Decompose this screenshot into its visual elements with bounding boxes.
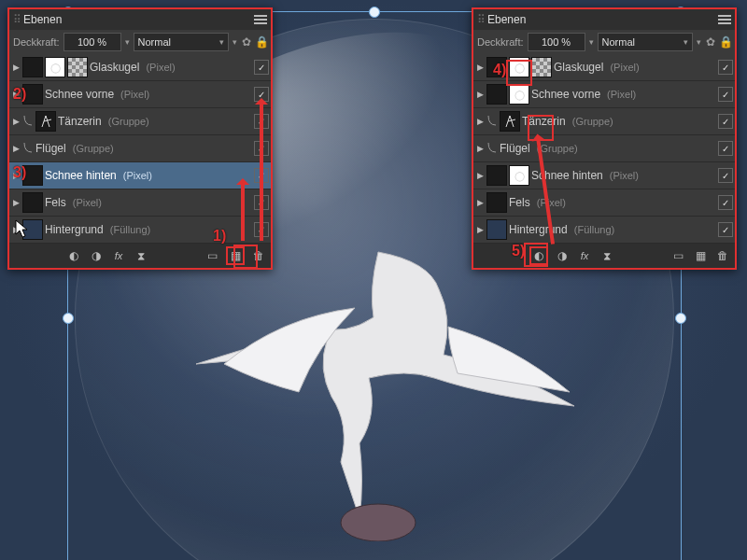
opacity-dropdown-icon[interactable]: ▾ bbox=[125, 37, 130, 47]
contrast-icon[interactable]: ◑ bbox=[554, 247, 571, 264]
opacity-input[interactable]: 100 % bbox=[528, 33, 585, 51]
layer-row[interactable]: ▶Fels (Pixel)✓ bbox=[9, 189, 271, 217]
layer-name[interactable]: Flügel (Gruppe) bbox=[35, 142, 252, 155]
layer-row[interactable]: ▶Flügel (Gruppe)✓ bbox=[9, 135, 271, 162]
blend-mode-select[interactable]: Normal bbox=[134, 33, 229, 51]
visibility-checkbox[interactable]: ✓ bbox=[718, 141, 733, 156]
layer-thumb[interactable] bbox=[486, 84, 507, 105]
fx-icon[interactable]: fx bbox=[110, 247, 127, 264]
visibility-checkbox[interactable]: ✓ bbox=[718, 168, 733, 183]
opacity-dropdown-icon[interactable]: ▾ bbox=[589, 37, 594, 47]
hourglass-icon[interactable]: ⧗ bbox=[599, 247, 615, 264]
layer-name[interactable]: Fels (Pixel) bbox=[45, 196, 252, 209]
layer-name[interactable]: Schnee hinten (Pixel) bbox=[531, 169, 716, 182]
layer-name[interactable]: Schnee vorne (Pixel) bbox=[45, 88, 252, 101]
folder-icon[interactable]: ▭ bbox=[669, 247, 686, 264]
lock-icon[interactable]: 🔒 bbox=[720, 36, 731, 48]
disclosure-icon[interactable]: ▶ bbox=[11, 117, 21, 126]
arrow-icon bbox=[260, 101, 263, 241]
callout-box-4 bbox=[506, 60, 532, 86]
blend-mode-select[interactable]: Normal bbox=[598, 33, 693, 51]
cursor-icon bbox=[15, 219, 28, 238]
panel-grip-icon[interactable]: ⠿ bbox=[13, 13, 20, 26]
layer-row[interactable]: ▶Tänzerin (Gruppe)✓ bbox=[473, 108, 735, 135]
visibility-checkbox[interactable]: ✓ bbox=[254, 60, 269, 75]
layer-thumb[interactable] bbox=[486, 192, 507, 213]
disclosure-icon[interactable]: ▶ bbox=[475, 225, 485, 234]
resize-handle[interactable] bbox=[675, 313, 686, 324]
layer-name[interactable]: Tänzerin (Gruppe) bbox=[58, 115, 252, 128]
disclosure-icon[interactable]: ▶ bbox=[475, 63, 485, 72]
layer-name[interactable]: Schnee hinten (Pixel) bbox=[45, 169, 252, 182]
panel-menu-icon[interactable] bbox=[718, 15, 731, 24]
hourglass-icon[interactable]: ⧗ bbox=[133, 247, 149, 264]
disclosure-icon[interactable]: ▶ bbox=[11, 144, 21, 153]
add-mask-icon[interactable]: ▦ bbox=[692, 247, 709, 264]
blend-dropdown-icon[interactable]: ▾ bbox=[233, 37, 237, 47]
trash-icon[interactable]: 🗑 bbox=[714, 247, 731, 264]
layer-row[interactable]: ▶Flügel (Gruppe)✓ bbox=[473, 135, 735, 162]
lock-icon[interactable]: 🔒 bbox=[256, 36, 267, 48]
layer-thumb[interactable] bbox=[35, 111, 56, 132]
layer-row[interactable]: ▶Fels (Pixel)✓ bbox=[473, 189, 735, 217]
layer-thumb[interactable] bbox=[22, 57, 43, 77]
layer-row[interactable]: ▶Tänzerin (Gruppe)✓ bbox=[9, 108, 271, 135]
layer-row[interactable]: ▶Schnee vorne (Pixel)✓ bbox=[9, 81, 271, 108]
opacity-label: Deckkraft: bbox=[13, 36, 60, 48]
layer-row[interactable]: ▶◯Schnee hinten (Pixel)✓ bbox=[473, 162, 735, 189]
fx-icon[interactable]: fx bbox=[576, 247, 593, 264]
layer-type: (Gruppe) bbox=[570, 116, 613, 127]
layer-type: (Pixel) bbox=[604, 89, 636, 100]
folder-icon[interactable]: ▭ bbox=[204, 247, 220, 264]
layer-thumb[interactable] bbox=[486, 165, 507, 186]
disclosure-icon[interactable]: ▶ bbox=[475, 144, 485, 153]
contrast-icon[interactable]: ◑ bbox=[88, 247, 105, 264]
disclosure-icon[interactable]: ▶ bbox=[475, 90, 485, 99]
group-link-icon bbox=[486, 143, 498, 154]
disclosure-icon[interactable]: ▶ bbox=[475, 117, 485, 126]
layer-row[interactable]: ▶Hintergrund (Füllung)✓ bbox=[473, 217, 735, 244]
layer-thumb[interactable] bbox=[500, 111, 520, 132]
resize-handle[interactable] bbox=[63, 313, 74, 324]
disclosure-icon[interactable]: ▶ bbox=[475, 171, 485, 180]
disclosure-icon[interactable]: ▶ bbox=[475, 198, 485, 207]
layer-row[interactable]: ▶◯Glaskugel (Pixel)✓ bbox=[9, 54, 271, 81]
layer-type: (Füllung) bbox=[571, 224, 614, 235]
layer-row[interactable]: ▶Hintergrund (Füllung)✓ bbox=[9, 217, 271, 244]
blend-dropdown-icon[interactable]: ▾ bbox=[697, 37, 701, 47]
layer-name[interactable]: Hintergrund (Füllung) bbox=[509, 223, 716, 236]
layer-type: (Pixel) bbox=[607, 170, 639, 181]
gear-icon[interactable]: ✿ bbox=[241, 36, 252, 48]
disclosure-icon[interactable]: ▶ bbox=[11, 198, 21, 207]
disclosure-icon[interactable]: ▶ bbox=[11, 63, 21, 72]
layer-thumb[interactable] bbox=[486, 219, 507, 240]
layer-name[interactable]: Glaskugel (Pixel) bbox=[554, 61, 716, 74]
callout-4: 4) bbox=[493, 62, 506, 78]
layers-panel-right: ⠿ Ebenen Deckkraft: 100 % ▾ Normal ▾ ✿ 🔒… bbox=[472, 7, 737, 270]
gear-icon[interactable]: ✿ bbox=[705, 36, 716, 48]
layer-name[interactable]: Glaskugel (Pixel) bbox=[90, 61, 252, 74]
adjustment-icon[interactable]: ◐ bbox=[65, 247, 82, 264]
visibility-checkbox[interactable]: ✓ bbox=[718, 60, 733, 75]
layer-type: (Pixel) bbox=[607, 62, 639, 73]
opacity-input[interactable]: 100 % bbox=[63, 33, 121, 51]
layer-row[interactable]: ▶Schnee hinten (Pixel)✓ bbox=[9, 162, 271, 189]
panel-menu-icon[interactable] bbox=[254, 15, 267, 24]
layer-name[interactable]: Fels (Pixel) bbox=[509, 196, 716, 209]
layer-thumb[interactable] bbox=[67, 57, 88, 77]
panel-grip-icon[interactable]: ⠿ bbox=[477, 13, 484, 26]
layer-mask-thumb[interactable]: ◯ bbox=[509, 165, 529, 186]
visibility-checkbox[interactable]: ✓ bbox=[718, 222, 733, 237]
resize-handle[interactable] bbox=[369, 7, 380, 18]
layer-name[interactable]: Schnee vorne (Pixel) bbox=[531, 88, 716, 101]
visibility-checkbox[interactable]: ✓ bbox=[718, 195, 733, 210]
layer-mask-thumb[interactable]: ◯ bbox=[45, 57, 65, 77]
layer-thumb[interactable] bbox=[531, 57, 552, 77]
layer-type: (Pixel) bbox=[118, 89, 149, 100]
visibility-checkbox[interactable]: ✓ bbox=[718, 87, 733, 102]
layer-thumb[interactable] bbox=[22, 192, 43, 213]
callout-2: 2) bbox=[13, 86, 26, 103]
layer-name[interactable]: Flügel (Gruppe) bbox=[500, 142, 716, 155]
layer-mask-thumb[interactable]: ◯ bbox=[509, 84, 529, 105]
visibility-checkbox[interactable]: ✓ bbox=[718, 114, 733, 129]
